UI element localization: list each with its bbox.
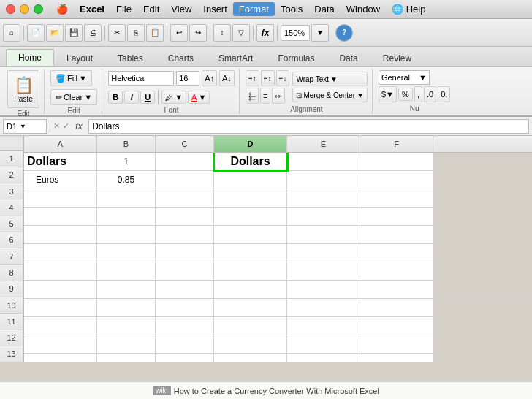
- cell-d6[interactable]: [214, 244, 287, 262]
- cell-b7[interactable]: [97, 262, 156, 280]
- toolbar-fx-icon[interactable]: fx: [256, 24, 274, 42]
- row-header-10[interactable]: 10: [0, 297, 23, 314]
- toolbar-help-icon[interactable]: ?: [335, 24, 353, 42]
- menu-item-edit[interactable]: Edit: [137, 2, 165, 16]
- formula-check-icon[interactable]: ✓: [63, 121, 69, 131]
- row-header-6[interactable]: 6: [0, 232, 23, 248]
- cell-b8[interactable]: [97, 281, 156, 298]
- italic-button[interactable]: I: [124, 91, 139, 104]
- cell-c12[interactable]: [156, 354, 214, 362]
- cell-f8[interactable]: [360, 281, 433, 298]
- zoom-dropdown-icon[interactable]: ▼: [311, 24, 329, 42]
- cell-c8[interactable]: [156, 281, 214, 298]
- maximize-button[interactable]: [34, 4, 43, 14]
- toolbar-sort-icon[interactable]: ↕: [213, 24, 231, 42]
- align-top-center-button[interactable]: ≡↕: [261, 70, 275, 86]
- align-right-button[interactable]: ⬰: [272, 88, 285, 104]
- menu-item-window[interactable]: Window: [341, 2, 386, 16]
- cell-e8[interactable]: [287, 281, 360, 298]
- cell-a1[interactable]: Dollars: [24, 153, 97, 170]
- font-size-down-button[interactable]: A↓: [219, 70, 235, 86]
- tab-tables[interactable]: Tables: [105, 50, 156, 66]
- percent-button[interactable]: %: [398, 88, 413, 101]
- cell-c10[interactable]: [156, 317, 214, 335]
- cell-f3[interactable]: [360, 189, 433, 207]
- cell-e11[interactable]: [287, 335, 360, 353]
- formula-x-icon[interactable]: ✕: [53, 121, 60, 131]
- align-left-button[interactable]: ⬱: [246, 88, 259, 104]
- toolbar-print-icon[interactable]: 🖨: [84, 24, 102, 42]
- paste-button[interactable]: 📋 Paste: [7, 70, 39, 108]
- align-center-button[interactable]: ≡: [260, 88, 270, 104]
- toolbar-open-icon[interactable]: 📂: [46, 24, 64, 42]
- cell-b10[interactable]: [97, 317, 156, 335]
- tab-charts[interactable]: Charts: [156, 50, 206, 66]
- cell-b9[interactable]: [97, 299, 156, 316]
- align-top-left-button[interactable]: ≡↑: [246, 70, 259, 86]
- cell-f12[interactable]: [360, 354, 433, 362]
- cell-d12[interactable]: [214, 354, 287, 362]
- cell-b3[interactable]: [97, 189, 156, 207]
- cell-a7[interactable]: [24, 262, 97, 280]
- cell-a3[interactable]: [24, 189, 97, 207]
- menu-item-data[interactable]: Data: [308, 2, 340, 16]
- fill-button[interactable]: 🪣 Fill ▼: [50, 70, 92, 86]
- close-button[interactable]: [6, 4, 15, 14]
- col-header-d[interactable]: D: [214, 136, 287, 152]
- tab-review[interactable]: Review: [370, 50, 424, 66]
- cell-e12[interactable]: [287, 354, 360, 362]
- row-header-3[interactable]: 3: [0, 183, 23, 200]
- menu-item-tools[interactable]: Tools: [275, 2, 308, 16]
- cell-a11[interactable]: [24, 335, 97, 353]
- cell-d3[interactable]: [214, 189, 287, 207]
- cell-e9[interactable]: [287, 299, 360, 316]
- menu-item-file[interactable]: File: [110, 2, 137, 16]
- cell-d10[interactable]: [214, 317, 287, 335]
- cell-a8[interactable]: [24, 281, 97, 298]
- decimal-up-button[interactable]: .0: [424, 86, 436, 102]
- row-header-5[interactable]: 5: [0, 216, 23, 232]
- row-header-2[interactable]: 2: [0, 167, 23, 183]
- cell-c2[interactable]: [156, 171, 214, 189]
- cell-reference-box[interactable]: D1 ▼: [3, 119, 47, 134]
- tab-home[interactable]: Home: [6, 49, 54, 66]
- row-header-9[interactable]: 9: [0, 281, 23, 297]
- highlight-color-button[interactable]: 🖊▼: [162, 91, 186, 104]
- cell-f9[interactable]: [360, 299, 433, 316]
- cell-d4[interactable]: [214, 208, 287, 225]
- formula-input[interactable]: Dollars: [88, 119, 529, 134]
- toolbar-copy-icon[interactable]: ⎘: [127, 24, 145, 42]
- menu-item-excel[interactable]: Excel: [74, 2, 110, 16]
- wrap-text-button[interactable]: Wrap Text▼: [292, 72, 368, 86]
- cell-d9[interactable]: [214, 299, 287, 316]
- menu-item-apple[interactable]: 🍎: [50, 2, 74, 16]
- row-header-8[interactable]: 8: [0, 265, 23, 281]
- cell-d11[interactable]: [214, 335, 287, 353]
- toolbar-home-icon[interactable]: ⌂: [3, 24, 20, 42]
- col-header-a[interactable]: A: [24, 136, 97, 152]
- cell-c1[interactable]: [156, 153, 214, 170]
- menu-item-format[interactable]: Format: [233, 2, 275, 16]
- menu-item-view[interactable]: View: [165, 2, 197, 16]
- cell-e10[interactable]: [287, 317, 360, 335]
- cell-b12[interactable]: [97, 354, 156, 362]
- clear-button[interactable]: ✏ Clear ▼: [50, 89, 97, 105]
- cell-e3[interactable]: [287, 189, 360, 207]
- cell-a6[interactable]: [24, 244, 97, 262]
- cell-c7[interactable]: [156, 262, 214, 280]
- col-header-e[interactable]: E: [287, 136, 360, 152]
- cell-e1[interactable]: [287, 153, 360, 170]
- cell-c9[interactable]: [156, 299, 214, 316]
- cell-f2[interactable]: [360, 171, 433, 189]
- comma-button[interactable]: ,: [414, 86, 422, 102]
- cell-a4[interactable]: [24, 208, 97, 225]
- toolbar-redo-icon[interactable]: ↪: [189, 24, 207, 42]
- row-header-4[interactable]: 4: [0, 200, 23, 216]
- cell-e5[interactable]: [287, 226, 360, 243]
- cell-e6[interactable]: [287, 244, 360, 262]
- row-header-13[interactable]: 13: [0, 346, 23, 362]
- cell-b11[interactable]: [97, 335, 156, 353]
- cell-f10[interactable]: [360, 317, 433, 335]
- cell-e4[interactable]: [287, 208, 360, 225]
- row-header-11[interactable]: 11: [0, 314, 23, 330]
